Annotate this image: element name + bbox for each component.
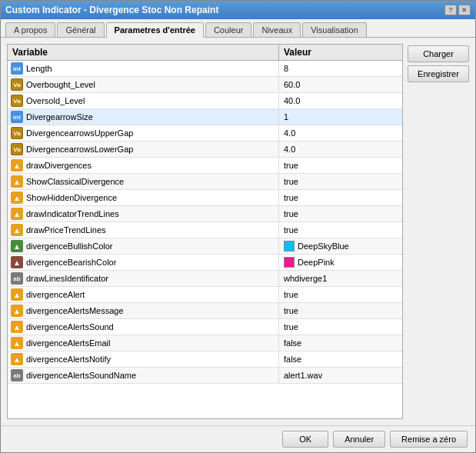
table-row[interactable]: ▲ ShowClassicalDivergence true	[8, 174, 402, 190]
header-valeur: Valeur	[279, 45, 402, 60]
variable-name: DivergencearrowsUpperGap	[26, 128, 133, 138]
value-text: 60.0	[284, 80, 300, 89]
header-variable: Variable	[8, 45, 279, 60]
value-text: true	[284, 161, 298, 170]
help-button[interactable]: ?	[444, 5, 457, 15]
color-swatch	[284, 241, 295, 251]
type-icon: ▲	[11, 224, 23, 236]
table-row[interactable]: ▲ drawDivergences true	[8, 158, 402, 174]
row-value: 60.0	[279, 78, 402, 91]
table-header: Variable Valeur	[8, 45, 402, 61]
variable-name: divergenceAlertsNotify	[26, 355, 111, 364]
row-value: true	[279, 288, 402, 301]
variable-name: DivergencearrowsLowerGap	[26, 145, 133, 154]
type-icon: ▲	[11, 321, 23, 333]
row-variable: ▲ drawDivergences	[8, 158, 279, 173]
table-row[interactable]: int DivergearrowSize 1	[8, 109, 402, 125]
value-text: true	[284, 306, 298, 315]
row-variable: Va DivergencearrowsLowerGap	[8, 142, 279, 157]
ok-button[interactable]: OK	[282, 431, 328, 448]
bottom-bar: OK Annuler Remise a zéro	[1, 425, 475, 452]
variable-name: ShowHiddenDivergence	[26, 193, 117, 202]
row-variable: int Length	[8, 61, 279, 76]
row-value: true	[279, 208, 402, 220]
side-buttons: Charger Enregistrer	[408, 44, 469, 419]
table-row[interactable]: Va DivergencearrowsLowerGap 4.0	[8, 142, 402, 158]
type-icon: ▲	[11, 208, 23, 220]
table-row[interactable]: int Length 8	[8, 61, 402, 77]
table-row[interactable]: ▲ divergenceBearishColor DeepPink	[8, 255, 402, 271]
variable-name: Overbought_Level	[26, 80, 95, 89]
table-row[interactable]: ▲ ShowHiddenDivergence true	[8, 190, 402, 206]
type-icon: ab	[11, 272, 23, 285]
variable-name: divergenceAlert	[26, 290, 85, 299]
row-variable: ▲ ShowHiddenDivergence	[8, 190, 279, 205]
table-row[interactable]: ▲ divergenceAlertsMessage true	[8, 303, 402, 319]
type-icon: ▲	[11, 288, 23, 301]
row-variable: ▲ divergenceAlertsSound	[8, 319, 279, 335]
table-row[interactable]: ▲ drawPriceTrendLines true	[8, 222, 402, 238]
title-bar: Custom Indicator - Divergence Stoc Non R…	[1, 1, 475, 19]
row-value: true	[279, 159, 402, 172]
tab-visualisation[interactable]: Visualisation	[302, 22, 367, 37]
value-text: 8	[284, 64, 288, 73]
type-icon: int	[11, 62, 23, 75]
type-icon: ▲	[11, 159, 23, 172]
enregistrer-button[interactable]: Enregistrer	[408, 65, 469, 82]
variable-name: divergenceAlertsEmail	[26, 338, 110, 348]
table-row[interactable]: ab drawLinesIdentificator whdiverge1	[8, 271, 402, 287]
tab-parametres[interactable]: Parametres d'entrée	[106, 22, 204, 38]
table-row[interactable]: ▲ divergenceAlertsEmail false	[8, 335, 402, 351]
row-value: whdiverge1	[279, 272, 402, 285]
row-value: true	[279, 305, 402, 317]
variable-name: Length	[26, 64, 52, 73]
row-value: DeepSkyBlue	[279, 239, 402, 253]
charger-button[interactable]: Charger	[408, 45, 469, 62]
annuler-button[interactable]: Annuler	[333, 431, 385, 448]
table-row[interactable]: ▲ divergenceAlert true	[8, 287, 402, 303]
type-icon: Va	[11, 95, 23, 107]
value-text: 4.0	[284, 128, 295, 138]
variable-name: DivergearrowSize	[26, 112, 93, 122]
row-value: alert1.wav	[279, 369, 402, 381]
type-icon: ▲	[11, 240, 23, 252]
table-row[interactable]: ▲ divergenceAlertsNotify false	[8, 351, 402, 368]
row-value: false	[279, 353, 402, 365]
variable-name: drawLinesIdentificator	[26, 274, 108, 283]
variable-name: divergenceBearishColor	[26, 258, 116, 267]
row-variable: ▲ divergenceBearishColor	[8, 255, 279, 270]
close-button[interactable]: ✕	[458, 5, 471, 15]
table-row[interactable]: ▲ divergenceBullishColor DeepSkyBlue	[8, 238, 402, 255]
value-text: true	[284, 290, 298, 299]
table-row[interactable]: Va Oversold_Level 40.0	[8, 93, 402, 109]
value-text: 4.0	[284, 145, 295, 154]
row-value: DeepPink	[279, 255, 402, 269]
row-value: true	[279, 192, 402, 204]
table-row[interactable]: ▲ divergenceAlertsSound true	[8, 319, 402, 335]
table-row[interactable]: Va DivergencearrowsUpperGap 4.0	[8, 125, 402, 142]
table-row[interactable]: ab divergenceAlertsSoundName alert1.wav	[8, 368, 402, 384]
row-variable: Va Oversold_Level	[8, 93, 279, 108]
row-value: 1	[279, 111, 402, 123]
type-icon: ▲	[11, 353, 23, 365]
type-icon: ▲	[11, 337, 23, 349]
tab-apropos[interactable]: A propos	[5, 22, 55, 37]
tab-general[interactable]: Général	[57, 22, 104, 37]
title-bar-buttons: ? ✕	[444, 5, 471, 15]
remise-button[interactable]: Remise a zéro	[390, 431, 468, 448]
variable-name: drawIndicatorTrendLines	[26, 209, 119, 218]
row-variable: Va Overbought_Level	[8, 77, 279, 92]
row-variable: int DivergearrowSize	[8, 109, 279, 125]
value-text: true	[284, 322, 298, 331]
tab-couleur[interactable]: Couleur	[205, 22, 252, 37]
value-text: alert1.wav	[284, 371, 322, 380]
table-row[interactable]: ▲ drawIndicatorTrendLines true	[8, 206, 402, 222]
value-text: DeepSkyBlue	[298, 241, 349, 251]
row-variable: ▲ divergenceBullishColor	[8, 238, 279, 254]
tab-niveaux[interactable]: Niveaux	[253, 22, 301, 37]
type-icon: ▲	[11, 256, 23, 268]
table-row[interactable]: Va Overbought_Level 60.0	[8, 77, 402, 93]
type-icon: ab	[11, 369, 23, 381]
row-value: true	[279, 321, 402, 333]
value-text: true	[284, 177, 298, 186]
